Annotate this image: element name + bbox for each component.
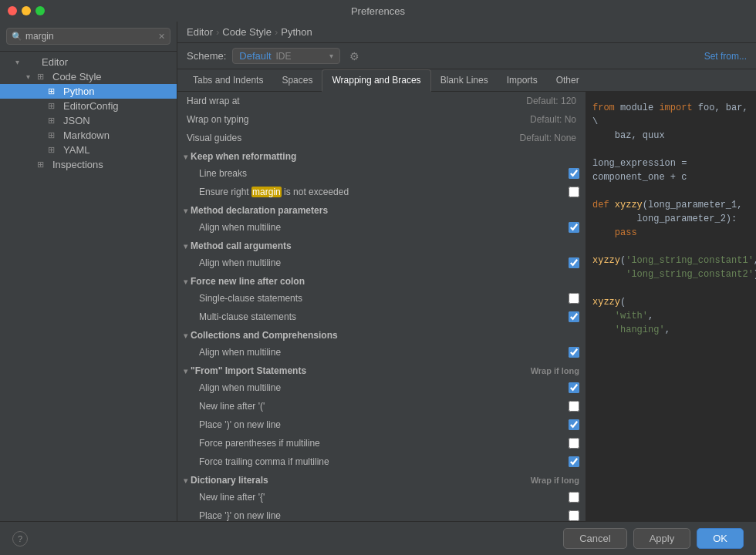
section-label: Keep when reformatting	[191, 151, 296, 162]
chevron-down-icon: ▾	[329, 52, 333, 60]
minimize-button[interactable]	[22, 6, 31, 15]
tab-blank-lines[interactable]: Blank Lines	[431, 70, 498, 92]
align-multiline-coll-checkbox[interactable]	[569, 347, 579, 358]
inspections-icon: ⊞	[37, 160, 49, 170]
multi-clause-checkbox[interactable]	[569, 311, 579, 322]
sidebar-item-editorconfig[interactable]: ⊞ EditorConfig	[0, 99, 177, 113]
settings-panel: Hard wrap at Default: 120 Wrap on typing…	[177, 92, 586, 521]
section-keep-when-reformatting[interactable]: ▾ Keep when reformatting	[177, 147, 586, 164]
single-clause-checkbox[interactable]	[569, 293, 579, 304]
single-clause-row: Single-clause statements	[177, 289, 586, 308]
close-button[interactable]	[8, 6, 17, 15]
code-line: baz, quux	[592, 129, 750, 143]
tab-tabs-and-indents[interactable]: Tabs and Indents	[184, 70, 272, 92]
section-label: Method call arguments	[191, 240, 292, 251]
breadcrumb: Editor › Code Style › Python	[177, 22, 756, 43]
right-panel: Editor › Code Style › Python Scheme: Def…	[177, 22, 756, 521]
force-trailing-comma-checkbox[interactable]	[569, 456, 579, 467]
sidebar-item-label: Python	[63, 86, 94, 97]
sidebar-tree: ▾ Editor ▾ ⊞ Code Style ⊞ Python ⊞ Edito…	[0, 52, 177, 521]
code-line: from module import foo, bar, \	[592, 101, 750, 129]
markdown-icon: ⊞	[48, 130, 60, 140]
sidebar-item-label: EditorConfig	[63, 100, 119, 112]
cancel-button[interactable]: Cancel	[563, 528, 626, 549]
section-dictionary-literals[interactable]: ▾ Dictionary literals Wrap if long	[177, 471, 586, 488]
gear-button[interactable]: ⚙	[346, 49, 363, 64]
maximize-button[interactable]	[35, 6, 45, 15]
multi-clause-label: Multi-clause statements	[199, 311, 569, 322]
sidebar-item-label: Editor	[42, 56, 68, 68]
new-line-after-paren-checkbox[interactable]	[569, 401, 579, 412]
apply-button[interactable]: Apply	[633, 528, 691, 549]
new-line-after-brace-checkbox[interactable]	[569, 492, 579, 503]
align-multiline-call-checkbox[interactable]	[569, 257, 579, 268]
align-multiline-import-checkbox[interactable]	[569, 382, 579, 393]
bottom-right: Cancel Apply OK	[563, 528, 744, 549]
wrap-if-long-dict-label: Wrap if long	[531, 476, 579, 485]
section-label: Method declaration parameters	[191, 205, 328, 216]
line-breaks-checkbox[interactable]	[569, 168, 579, 179]
code-line: 'hanging',	[592, 323, 750, 337]
title-bar: Preferences	[0, 0, 756, 22]
sidebar-item-yaml[interactable]: ⊞ YAML	[0, 143, 177, 157]
align-multiline-import-label: Align when multiline	[199, 382, 569, 393]
sidebar-item-python[interactable]: ⊞ Python	[0, 84, 177, 99]
hard-wrap-row: Hard wrap at Default: 120	[177, 92, 586, 110]
section-from-import[interactable]: ▾ "From" Import Statements Wrap if long	[177, 362, 586, 378]
code-line: xyzzy(	[592, 295, 750, 309]
sidebar-item-label: Markdown	[63, 130, 110, 141]
window-title: Preferences	[351, 5, 405, 17]
tab-other[interactable]: Other	[547, 70, 589, 92]
code-line: xyzzy('long_string_constant1',	[592, 254, 750, 267]
arrow-icon: ▾	[15, 58, 26, 66]
section-label: Force new line after colon	[191, 276, 305, 287]
place-brace-new-line-label: Place '}' on new line	[199, 510, 569, 521]
tab-imports[interactable]: Imports	[498, 70, 547, 92]
ok-button[interactable]: OK	[697, 528, 744, 549]
search-input[interactable]	[25, 31, 155, 42]
tab-spaces[interactable]: Spaces	[272, 70, 322, 92]
place-paren-new-line-checkbox[interactable]	[569, 419, 579, 430]
align-multiline-decl-checkbox[interactable]	[569, 222, 579, 233]
editorconfig-icon: ⊞	[48, 101, 60, 111]
tab-wrapping-and-braces[interactable]: Wrapping and Braces	[322, 69, 430, 92]
force-parentheses-row: Force parentheses if multiline	[177, 434, 586, 452]
sidebar-item-editor[interactable]: ▾ Editor	[0, 55, 177, 69]
force-parentheses-checkbox[interactable]	[569, 438, 579, 449]
set-from-link[interactable]: Set from...	[704, 51, 747, 62]
section-collections[interactable]: ▾ Collections and Comprehensions	[177, 326, 586, 343]
search-wrap[interactable]: 🔍 ✕	[6, 28, 170, 45]
code-line	[592, 184, 750, 198]
align-multiline-decl-label: Align when multiline	[199, 222, 569, 233]
content-area: Hard wrap at Default: 120 Wrap on typing…	[177, 92, 756, 521]
ensure-right-margin-row: Ensure right margin is not exceeded	[177, 183, 586, 201]
sidebar-item-label: YAML	[63, 144, 89, 156]
code-line: 'long_string_constant2')	[592, 267, 750, 281]
code-style-icon: ⊞	[37, 72, 49, 82]
sidebar-item-code-style[interactable]: ▾ ⊞ Code Style	[0, 69, 177, 84]
sidebar-item-json[interactable]: ⊞ JSON	[0, 113, 177, 128]
new-line-after-paren-row: New line after '('	[177, 397, 586, 415]
sidebar-item-markdown[interactable]: ⊞ Markdown	[0, 128, 177, 143]
ensure-right-margin-checkbox[interactable]	[569, 187, 579, 197]
section-force-new-line[interactable]: ▾ Force new line after colon	[177, 272, 586, 289]
visual-guides-label: Visual guides	[187, 133, 520, 143]
section-method-call-args[interactable]: ▾ Method call arguments	[177, 237, 586, 254]
section-method-declaration[interactable]: ▾ Method declaration parameters	[177, 201, 586, 218]
python-icon: ⊞	[48, 86, 60, 96]
help-button[interactable]: ?	[12, 531, 28, 547]
clear-icon[interactable]: ✕	[158, 32, 165, 42]
breadcrumb-code-style: Code Style	[222, 26, 272, 38]
scheme-dropdown[interactable]: Default IDE ▾	[232, 48, 340, 64]
place-brace-new-line-checkbox[interactable]	[569, 510, 579, 521]
sidebar-item-inspections[interactable]: ⊞ Inspections	[0, 157, 177, 172]
code-line: long_expression = component_one + c	[592, 156, 750, 184]
yaml-icon: ⊞	[48, 145, 60, 155]
tabs-bar: Tabs and Indents Spaces Wrapping and Bra…	[177, 69, 756, 92]
bottom-bar: ? Cancel Apply OK	[0, 521, 756, 555]
chevron-down-icon: ▾	[184, 207, 187, 215]
place-paren-new-line-label: Place ')' on new line	[199, 419, 569, 430]
ensure-right-margin-label: Ensure right margin is not exceeded	[199, 187, 569, 197]
new-line-after-brace-row: New line after '{'	[177, 488, 586, 506]
align-multiline-call-label: Align when multiline	[199, 257, 569, 268]
